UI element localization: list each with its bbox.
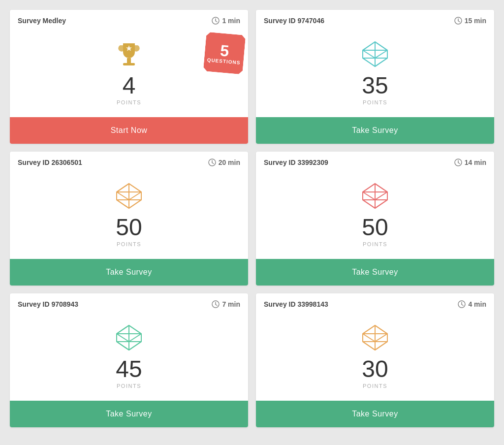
clock-icon <box>454 17 462 25</box>
card-survey-26306501: Survey ID 26306501 20 min 50 POINTS <box>10 152 248 286</box>
svg-rect-3 <box>127 58 131 63</box>
card-time: 1 min <box>212 17 240 25</box>
svg-line-15 <box>363 58 375 66</box>
svg-line-21 <box>212 163 214 164</box>
time-value: 20 min <box>219 159 240 166</box>
clock-icon <box>208 159 216 166</box>
card-header: Survey Medley 1 min <box>10 10 248 30</box>
card-time: 14 min <box>454 159 486 166</box>
card-header: Survey ID 9747046 15 min <box>256 10 494 30</box>
card-title: Survey Medley <box>18 17 66 25</box>
card-action-button[interactable]: Take Survey <box>10 259 248 286</box>
svg-line-67 <box>363 342 375 350</box>
svg-line-52 <box>129 325 141 334</box>
points-label: POINTS <box>117 383 141 389</box>
svg-line-25 <box>117 184 129 192</box>
svg-line-29 <box>129 200 141 208</box>
card-title: Survey ID 33992309 <box>264 159 328 166</box>
card-action-button[interactable]: Take Survey <box>10 401 248 427</box>
card-action-button[interactable]: Take Survey <box>256 259 494 286</box>
card-body: 4 POINTS 5 QUESTIONS <box>10 30 248 117</box>
diamond-icon <box>114 181 144 211</box>
card-header: Survey ID 33992309 14 min <box>256 152 494 171</box>
svg-line-60 <box>462 305 463 306</box>
card-action-button[interactable]: Take Survey <box>256 117 494 144</box>
svg-line-34 <box>458 163 460 164</box>
diamond-icon <box>360 181 390 211</box>
points-number: 35 <box>362 74 388 97</box>
svg-line-38 <box>363 184 375 192</box>
card-action-button[interactable]: Start Now <box>10 117 248 144</box>
points-label: POINTS <box>363 383 387 389</box>
points-number: 30 <box>362 357 388 381</box>
time-value: 15 min <box>465 17 486 25</box>
diamond-icon <box>360 323 390 352</box>
card-body: 50 POINTS <box>10 171 248 259</box>
card-survey-33998143: Survey ID 33998143 4 min 30 POINTS <box>256 293 494 427</box>
points-number: 50 <box>362 216 388 239</box>
points-number: 4 <box>123 74 136 97</box>
svg-line-42 <box>375 200 387 208</box>
svg-line-54 <box>117 342 129 350</box>
survey-grid: Survey Medley 1 min 4 POINTS <box>10 10 494 427</box>
svg-line-51 <box>117 325 129 334</box>
clock-icon <box>212 17 220 25</box>
card-header: Survey ID 33998143 4 min <box>256 293 494 313</box>
svg-line-26 <box>129 184 141 192</box>
card-action-button[interactable]: Take Survey <box>256 401 494 427</box>
card-header: Survey ID 9708943 7 min <box>10 293 248 313</box>
card-title: Survey ID 33998143 <box>264 300 328 308</box>
svg-line-2 <box>216 21 217 22</box>
svg-line-55 <box>129 342 141 350</box>
points-label: POINTS <box>363 99 387 105</box>
badge-number: 5 <box>220 42 230 59</box>
svg-line-39 <box>375 184 387 192</box>
diamond-icon <box>114 323 144 352</box>
card-time: 7 min <box>212 300 240 308</box>
card-survey-medley: Survey Medley 1 min 4 POINTS <box>10 10 248 144</box>
svg-line-56 <box>117 334 129 342</box>
svg-line-30 <box>117 192 129 200</box>
time-value: 14 min <box>465 159 486 166</box>
svg-line-68 <box>375 342 387 350</box>
time-value: 1 min <box>222 17 240 25</box>
clock-icon <box>212 300 220 308</box>
points-label: POINTS <box>117 99 141 105</box>
svg-line-8 <box>458 21 460 22</box>
svg-line-18 <box>375 50 387 58</box>
card-title: Survey ID 9708943 <box>18 300 78 308</box>
card-body: 30 POINTS <box>256 313 494 401</box>
card-title: Survey ID 9747046 <box>264 17 324 25</box>
questions-badge: 5 QUESTIONS <box>203 32 246 75</box>
card-body: 50 POINTS <box>256 171 494 259</box>
points-label: POINTS <box>117 241 141 247</box>
card-time: 20 min <box>208 159 240 166</box>
svg-line-17 <box>363 50 375 58</box>
card-time: 15 min <box>454 17 486 25</box>
svg-line-64 <box>363 325 375 334</box>
svg-line-70 <box>375 334 387 342</box>
time-value: 4 min <box>468 300 486 308</box>
svg-line-41 <box>363 200 375 208</box>
card-body: 45 POINTS <box>10 313 248 401</box>
card-title: Survey ID 26306501 <box>18 159 82 166</box>
card-survey-33992309: Survey ID 33992309 14 min 50 POINTS <box>256 152 494 286</box>
time-value: 7 min <box>222 300 240 308</box>
clock-icon <box>458 300 466 308</box>
clock-icon <box>454 159 462 166</box>
svg-rect-4 <box>123 63 135 65</box>
points-number: 45 <box>116 357 142 381</box>
svg-line-13 <box>375 42 387 50</box>
svg-line-31 <box>129 192 141 200</box>
card-header: Survey ID 26306501 20 min <box>10 152 248 171</box>
card-survey-9747046: Survey ID 9747046 15 min 35 POINTS <box>256 10 494 144</box>
trophy-icon <box>114 39 144 69</box>
diamond-icon <box>360 39 390 69</box>
badge-label: QUESTIONS <box>207 57 241 65</box>
svg-line-57 <box>129 334 141 342</box>
points-number: 50 <box>116 216 142 239</box>
points-label: POINTS <box>363 241 387 247</box>
svg-line-69 <box>363 334 375 342</box>
svg-line-43 <box>363 192 375 200</box>
card-body: 35 POINTS <box>256 30 494 117</box>
